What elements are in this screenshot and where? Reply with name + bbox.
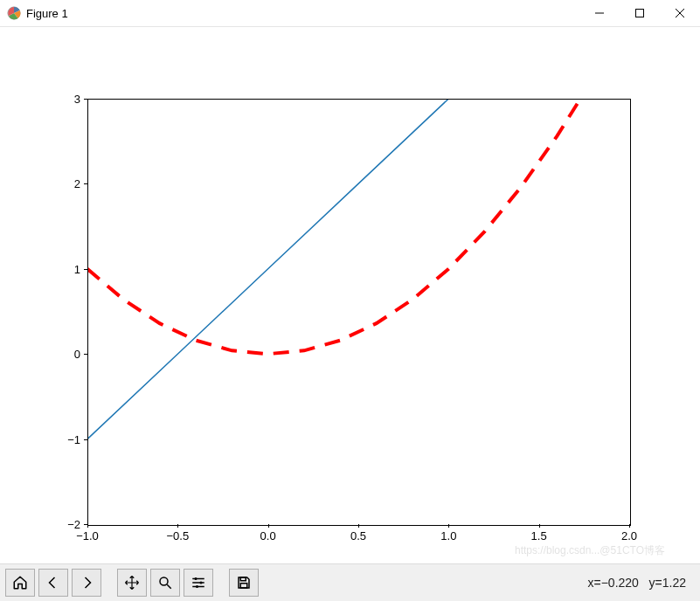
x-tick-label: −1.0 <box>76 529 99 542</box>
x-tick <box>629 524 630 528</box>
arrow-right-icon <box>79 575 94 591</box>
y-tick <box>84 269 87 270</box>
back-button[interactable] <box>38 569 68 597</box>
svg-rect-8 <box>240 584 247 588</box>
home-icon <box>12 575 28 591</box>
zoom-button[interactable] <box>150 569 180 597</box>
readout-x-value: −0.220 <box>601 576 639 590</box>
x-tick <box>539 524 540 528</box>
y-tick <box>84 99 87 100</box>
svg-rect-1 <box>636 10 644 17</box>
matplotlib-app-icon <box>7 6 21 20</box>
x-tick <box>358 524 359 528</box>
move-icon <box>124 575 140 591</box>
x-tick <box>177 524 178 528</box>
x-tick <box>87 524 88 528</box>
svg-point-6 <box>196 585 198 588</box>
minimize-button[interactable] <box>579 0 620 26</box>
x-tick-label: 1.5 <box>531 529 547 542</box>
configure-subplots-button[interactable] <box>184 569 213 597</box>
x-tick <box>268 524 269 528</box>
svg-point-3 <box>160 577 168 585</box>
home-button[interactable] <box>5 569 35 597</box>
y-tick-label: −2 <box>67 518 80 531</box>
x-tick-label: 0.5 <box>350 529 366 542</box>
arrow-left-icon <box>45 575 61 591</box>
y-tick <box>84 183 87 184</box>
save-button[interactable] <box>229 569 259 597</box>
svg-point-4 <box>195 577 198 580</box>
svg-point-5 <box>200 582 203 584</box>
readout-y-label: y= <box>649 576 662 590</box>
y-tick <box>84 354 87 355</box>
readout-y-value: 1.22 <box>662 576 686 590</box>
y-tick <box>84 439 87 440</box>
x-tick-label: −0.5 <box>166 529 189 542</box>
figure-canvas-area[interactable]: −1.0−0.50.00.51.01.52.0−2−10123 https://… <box>0 27 700 563</box>
svg-rect-7 <box>240 577 246 581</box>
y-tick-label: 0 <box>74 348 80 361</box>
close-button[interactable] <box>660 0 700 26</box>
y-tick-label: 3 <box>74 93 80 106</box>
pan-button[interactable] <box>117 569 147 597</box>
maximize-button[interactable] <box>620 0 660 26</box>
magnifier-icon <box>157 575 173 591</box>
sliders-icon <box>191 575 206 591</box>
figure-window: Figure 1 −1.0−0.50.00.51.01.52.0−2−10123… <box>0 0 700 601</box>
x-tick-label: 1.0 <box>440 529 456 542</box>
readout-x-label: x= <box>587 576 600 590</box>
forward-button[interactable] <box>72 569 101 597</box>
x-tick-label: 0.0 <box>260 529 276 542</box>
title-bar: Figure 1 <box>0 0 700 27</box>
y-tick-label: 1 <box>74 262 80 275</box>
y-tick <box>84 524 87 525</box>
x-tick <box>448 524 449 528</box>
y-tick-label: −1 <box>67 432 80 446</box>
axes-frame <box>87 99 631 526</box>
floppy-disk-icon <box>236 575 252 591</box>
cursor-readout: x=−0.220 y=1.22 <box>587 576 686 590</box>
y-tick-label: 2 <box>74 177 80 190</box>
window-title: Figure 1 <box>26 7 68 20</box>
matplotlib-toolbar: x=−0.220 y=1.22 <box>0 563 700 601</box>
x-tick-label: 2.0 <box>621 529 637 542</box>
